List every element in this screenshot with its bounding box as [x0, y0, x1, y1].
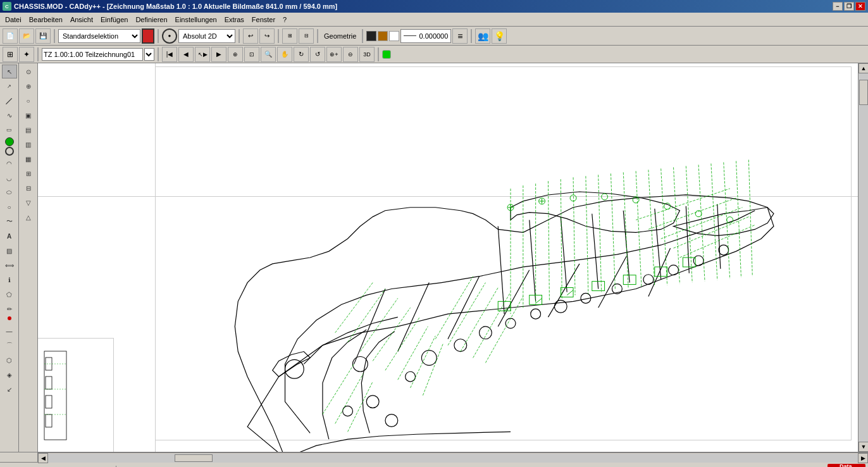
tool-arrow[interactable]: ↙ [2, 382, 17, 396]
view-3d[interactable]: 3D [359, 47, 375, 62]
svg-point-16 [366, 395, 379, 408]
light-icon[interactable]: 💡 [492, 28, 507, 44]
grid-button[interactable]: ⊞ [282, 28, 297, 44]
tool-dim[interactable]: ⟺ [2, 258, 17, 272]
drawing-canvas[interactable] [38, 63, 858, 452]
save-button[interactable]: 💾 [35, 28, 51, 44]
restore-button[interactable]: ❐ [844, 2, 854, 11]
tool-ellipse2[interactable]: ○ [2, 200, 17, 214]
zoom-mode[interactable]: ⊕+ [326, 47, 342, 62]
view-dropdown[interactable] [144, 48, 154, 61]
circle-mode-btn[interactable]: ● [162, 28, 177, 44]
tb2-btn2[interactable]: ✦ [19, 47, 34, 62]
svg-point-40 [285, 359, 304, 378]
tool-line2[interactable]: — [2, 324, 17, 338]
zoom-out2[interactable]: ⊖ [343, 47, 358, 62]
scroll-track[interactable] [859, 73, 868, 442]
lt2-tool-7[interactable]: ▦ [21, 152, 36, 166]
lt2-tool-10[interactable]: ▽ [21, 196, 36, 209]
menu-item-fenster[interactable]: Fenster [248, 15, 279, 25]
menu-item-ansicht[interactable]: Ansicht [66, 15, 97, 25]
layer-expand[interactable] [389, 31, 399, 41]
view-selector[interactable] [42, 48, 143, 61]
tool-info[interactable]: ℹ [2, 273, 17, 287]
main-area: ↖ ↗ | ∿ ▭ ◠ ◡ ⬭ ○ 〜 A ▨ ⟺ ℹ ⬠ ✏ — ⌒ ⬡ ◈ … [0, 63, 868, 452]
nav-first[interactable]: |◀ [162, 47, 177, 62]
tool-rect[interactable]: ▭ [2, 123, 17, 137]
tool-sym[interactable]: ◈ [2, 368, 17, 382]
menu-item-datei[interactable]: Datei [1, 15, 25, 25]
tool-poly2[interactable]: ⬡ [2, 353, 17, 367]
menu-item-definieren[interactable]: Definieren [132, 15, 171, 25]
new-button[interactable]: 📄 [3, 28, 18, 44]
nav-prev[interactable]: ◀ [178, 47, 194, 62]
people-icon[interactable]: 👥 [475, 28, 490, 44]
lt2-tool-5[interactable]: ▤ [21, 123, 36, 137]
scroll-thumb[interactable] [859, 80, 868, 105]
svg-line-61 [636, 189, 730, 220]
lt2-tool-3[interactable]: ○ [21, 94, 36, 108]
menu-item-einfügen[interactable]: Einfügen [97, 15, 132, 25]
undo-button[interactable]: ↩ [243, 28, 258, 44]
menu-item-bearbeiten[interactable]: Bearbeiten [25, 15, 66, 25]
lt2-tool-1[interactable]: ⊙ [21, 65, 36, 78]
hscroll-track[interactable] [48, 454, 858, 463]
selection-mode-select[interactable]: Standardselektion [58, 29, 140, 43]
tool-circle-fill[interactable] [5, 137, 14, 146]
nav-next[interactable]: ▶ [211, 47, 226, 62]
lt2-tool-2[interactable]: ⊕ [21, 79, 36, 93]
tool-arc2[interactable]: ◡ [2, 171, 17, 185]
minimize-button[interactable]: − [833, 2, 843, 11]
tool-text[interactable]: A [2, 229, 17, 243]
tool-circle[interactable] [5, 147, 14, 156]
scroll-up-arrow[interactable]: ▲ [859, 63, 868, 73]
svg-point-25 [554, 300, 567, 313]
lt2-tool-8[interactable]: ⊞ [21, 166, 36, 180]
layers-btn[interactable]: ≡ [452, 28, 468, 44]
scroll-right-arrow[interactable]: ▶ [858, 453, 868, 463]
lt2-tool-11[interactable]: △ [21, 210, 36, 224]
lt2-tool-4[interactable]: ▣ [21, 108, 36, 122]
lt2-tool-6[interactable]: ▥ [21, 137, 36, 151]
open-button[interactable]: 📂 [19, 28, 34, 44]
tool-shape[interactable]: ⬠ [2, 287, 17, 301]
title-bar-controls[interactable]: − ❐ ✕ [833, 2, 865, 11]
menu-item-einstellungen[interactable]: Einstellungen [171, 15, 221, 25]
lt2-tool-9[interactable]: ⊟ [21, 181, 36, 195]
green-dot[interactable] [382, 50, 391, 59]
tool-dot[interactable] [8, 316, 11, 320]
tool-select[interactable]: ↖ [2, 65, 17, 78]
tool-curve[interactable]: ⌒ [2, 339, 17, 352]
vertical-scrollbar[interactable]: ▲ ▼ [858, 63, 868, 452]
tool-edit[interactable]: ✏ [2, 302, 17, 316]
redo-button[interactable]: ↪ [259, 28, 275, 44]
zoom-fit[interactable]: ⊕ [228, 47, 243, 62]
zoom-box[interactable]: ⊡ [244, 47, 259, 62]
tb2-btn1[interactable]: ⊞ [3, 47, 18, 62]
layer-color[interactable] [366, 31, 376, 41]
tool-hatch[interactable]: ▨ [2, 244, 17, 258]
tool-spline[interactable]: 〜 [2, 215, 17, 228]
menu-item-extras[interactable]: Extras [221, 15, 248, 25]
horizontal-scrollbar[interactable]: ◀ ▶ [38, 452, 868, 463]
svg-line-64 [674, 217, 749, 249]
title-bar-text: CHASSIS.MOD - CADdy++ - [Zeichnung Maßst… [14, 3, 337, 10]
hscroll-thumb[interactable] [175, 454, 213, 462]
layer-color2[interactable] [378, 31, 388, 41]
coord-mode-select[interactable]: Absolut 2D [178, 29, 235, 43]
tool-arc1[interactable]: ◠ [2, 156, 17, 170]
pan-btn[interactable]: ✋ [277, 47, 292, 62]
svg-line-39 [717, 204, 721, 269]
nav-cursor[interactable]: ↖▶ [195, 47, 210, 62]
rotate2-btn[interactable]: ↺ [310, 47, 325, 62]
menu-item-?[interactable]: ? [279, 15, 290, 25]
separator-6 [362, 29, 363, 43]
color-picker[interactable] [142, 28, 154, 44]
rotate-btn[interactable]: ↻ [294, 47, 309, 62]
tool-ellipse1[interactable]: ⬭ [2, 185, 17, 199]
scroll-down-arrow[interactable]: ▼ [859, 442, 868, 452]
grid-btn2[interactable]: ⊟ [299, 28, 314, 44]
zoom-in[interactable]: 🔍 [261, 47, 276, 62]
close-button[interactable]: ✕ [855, 2, 865, 11]
scroll-left-arrow[interactable]: ◀ [38, 453, 48, 463]
